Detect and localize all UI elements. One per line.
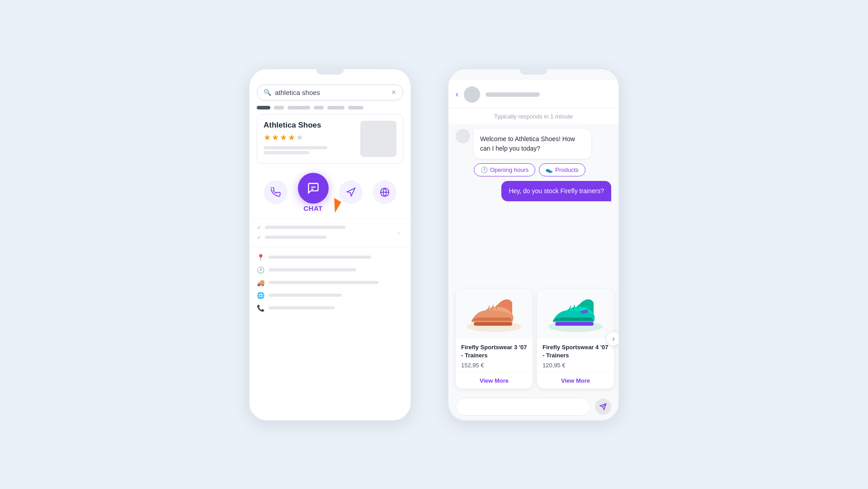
filter-tab-6[interactable] [348, 106, 363, 109]
products-row: Firefly Sportswear 3 '07 - Trainers 152,… [448, 289, 618, 388]
star-3: ★ [280, 133, 287, 142]
detail-location: 📍 [257, 254, 403, 261]
biz-line-1 [264, 146, 327, 149]
check-icon-1: ✓ [257, 224, 261, 231]
phone-notch-right [520, 69, 547, 75]
chat-label: CHAT [303, 204, 323, 212]
user-bubble-1: Hey, do you stock Firefly trainers? [501, 181, 611, 201]
phone-notch [316, 69, 344, 75]
chat-col: CHAT [298, 173, 329, 212]
quick-reply-products[interactable]: 👟 Products [539, 163, 585, 176]
detail-hours: 🕐 [257, 266, 403, 274]
chat-header: ‹ [448, 80, 618, 109]
directions-button[interactable] [339, 180, 363, 204]
check-item-1: ✓ [257, 224, 403, 231]
star-1: ★ [264, 133, 271, 142]
svg-rect-7 [555, 322, 594, 326]
product-card-1: Firefly Sportswear 3 '07 - Trainers 152,… [456, 289, 533, 388]
chat-header-name-bar [486, 92, 540, 97]
chat-input[interactable] [456, 398, 590, 416]
star-5: ★ [296, 133, 303, 142]
filter-tab-all[interactable] [257, 106, 270, 109]
right-phone: ‹ Typically responds in 1 minute Welcome… [448, 68, 619, 421]
chat-button[interactable] [298, 173, 329, 204]
filter-tabs [250, 106, 410, 114]
check-item-2: ✓ [257, 234, 403, 241]
product-image-2 [537, 289, 614, 339]
product-price-2: 120,95 € [542, 362, 609, 369]
filter-tab-2[interactable] [274, 106, 284, 109]
star-2: ★ [272, 133, 279, 142]
filter-tab-3[interactable] [288, 106, 310, 109]
product-image-1 [456, 289, 533, 339]
action-row: CHAT [250, 168, 410, 219]
detail-line-web [269, 294, 342, 297]
chat-avatar [464, 86, 480, 103]
business-info: Athletica Shoes ★ ★ ★ ★ ★ [264, 121, 355, 154]
quick-replies: 🕐 Opening hours 👟 Products [474, 163, 611, 176]
star-rating: ★ ★ ★ ★ ★ [264, 133, 355, 142]
clock-quick-icon: 🕐 [481, 166, 488, 173]
detail-line-loc [269, 256, 371, 259]
response-time: Typically responds in 1 minute [448, 109, 618, 123]
search-bar[interactable]: 🔍 athletica shoes ✕ [257, 85, 403, 100]
send-button[interactable] [595, 399, 611, 415]
clock-icon: 🕐 [257, 266, 264, 274]
next-arrow[interactable]: › [607, 332, 619, 346]
svg-rect-5 [474, 322, 512, 326]
shoe-orange-svg [462, 291, 526, 337]
filter-tab-5[interactable] [327, 106, 344, 109]
detail-line-hrs [269, 268, 356, 271]
back-button[interactable]: ‹ [456, 90, 458, 99]
svg-marker-2 [347, 188, 354, 196]
chat-input-row [448, 393, 618, 420]
checklist-section: ✓ ✓ › [250, 219, 410, 247]
phone-icon: 📞 [257, 304, 264, 312]
product-card-2: Firefly Sportswear 4 '07 - Trainers 120,… [537, 289, 614, 388]
chevron-right-icon[interactable]: › [397, 229, 400, 237]
detail-globe: 🌐 [257, 292, 403, 299]
detail-delivery: 🚚 [257, 279, 403, 286]
business-name: Athletica Shoes [264, 121, 355, 130]
bot-bubble-1: Welcome to Athletica Shoes! How can I he… [474, 129, 591, 159]
biz-line-2 [264, 151, 309, 154]
close-icon[interactable]: ✕ [391, 89, 396, 96]
delivery-icon: 🚚 [257, 279, 264, 286]
quick-reply-hours[interactable]: 🕐 Opening hours [474, 163, 535, 176]
bot-avatar [456, 129, 470, 143]
check-line-1 [265, 226, 345, 229]
detail-line-ph [269, 306, 335, 309]
globe-icon: 🌐 [257, 292, 264, 299]
product-price-1: 152,95 € [461, 362, 527, 369]
detail-phone: 📞 [257, 304, 403, 312]
user-message-1: Hey, do you stock Firefly trainers? [456, 181, 611, 201]
products-quick-icon: 👟 [546, 166, 553, 173]
star-4: ★ [288, 133, 295, 142]
business-thumbnail [360, 121, 396, 157]
check-icon-2: ✓ [257, 234, 261, 241]
business-card: Athletica Shoes ★ ★ ★ ★ ★ [257, 114, 403, 164]
product-info-1: Firefly Sportswear 3 '07 - Trainers 152,… [456, 339, 533, 368]
website-button[interactable] [373, 180, 396, 204]
search-icon: 🔍 [264, 89, 271, 96]
search-input-value: athletica shoes [275, 89, 387, 96]
product-view-btn-2[interactable]: View More [537, 372, 614, 389]
product-name-1: Firefly Sportswear 3 '07 - Trainers [461, 343, 527, 360]
detail-line-del [269, 281, 378, 284]
shoe-teal-svg [544, 291, 607, 337]
check-line-2 [265, 236, 326, 239]
detail-rows: 📍 🕐 🚚 🌐 📞 [250, 247, 410, 318]
checklist: ✓ ✓ [250, 219, 410, 247]
business-detail-lines [264, 146, 355, 154]
bot-message-1: Welcome to Athletica Shoes! How can I he… [456, 129, 611, 159]
location-icon: 📍 [257, 254, 264, 261]
call-button[interactable] [264, 180, 288, 204]
left-phone: 🔍 athletica shoes ✕ Athletica Shoes ★ ★ … [249, 68, 411, 421]
product-info-2: Firefly Sportswear 4 '07 - Trainers 120,… [537, 339, 614, 368]
chat-body: Welcome to Athletica Shoes! How can I he… [448, 123, 618, 290]
product-name-2: Firefly Sportswear 4 '07 - Trainers [542, 343, 609, 360]
product-view-btn-1[interactable]: View More [456, 372, 533, 389]
filter-tab-4[interactable] [314, 106, 324, 109]
